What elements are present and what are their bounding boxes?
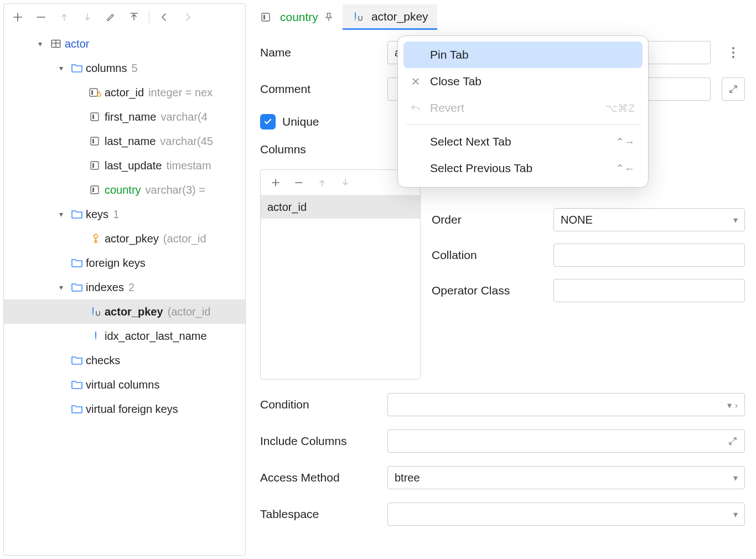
sidebar-toolbar xyxy=(4,4,245,30)
index-unique-icon xyxy=(350,11,366,22)
access-label: Access Method xyxy=(260,471,376,484)
tree-node-column[interactable]: last_update timestam xyxy=(4,153,245,178)
tree-folder-count: 5 xyxy=(127,62,137,75)
chevron-down-icon[interactable]: ▾ xyxy=(53,64,69,73)
tree-node-key[interactable]: actor_pkey (actor_id xyxy=(4,226,245,251)
folder-icon xyxy=(69,209,85,219)
forward-button[interactable] xyxy=(177,7,198,27)
move-down-button[interactable] xyxy=(77,7,98,27)
svg-rect-8 xyxy=(91,162,99,169)
tree-folder-label: checks xyxy=(85,354,120,367)
tree-key-name: actor_pkey xyxy=(103,232,159,245)
svg-rect-11 xyxy=(92,188,94,192)
tree-node-column[interactable]: first_name varchar(4 xyxy=(4,105,245,129)
tree-column-name: last_name xyxy=(103,135,156,148)
menu-revert: Revert ⌥⌘Z xyxy=(403,95,643,121)
collation-label: Collation xyxy=(432,249,542,262)
columns-toolbar xyxy=(261,170,420,195)
svg-rect-14 xyxy=(263,15,265,19)
chevron-down-icon[interactable]: ▾ xyxy=(53,210,69,219)
index-icon xyxy=(88,330,103,341)
svg-rect-10 xyxy=(91,186,99,194)
svg-rect-9 xyxy=(92,163,94,168)
tab-country[interactable]: country xyxy=(251,4,343,30)
column-pk-icon xyxy=(88,87,103,97)
tree-folder-count: 2 xyxy=(124,281,134,294)
open-ddl-button[interactable] xyxy=(123,7,144,27)
tab-label: actor_pkey xyxy=(371,10,428,23)
sidebar: ▾ actor ▾ columns 5 actor_id integer = n… xyxy=(3,3,246,556)
add-button[interactable] xyxy=(7,7,28,27)
svg-rect-7 xyxy=(92,139,94,143)
column-icon xyxy=(88,136,103,146)
column-detail: Column Name actor_id▾ Order NONE▾ Collat… xyxy=(432,169,745,380)
tree-column-hint: varchar(4 xyxy=(156,111,207,123)
include-input[interactable] xyxy=(387,429,745,453)
tree-column-name: actor_id xyxy=(103,86,144,99)
tree-node-column[interactable]: actor_id integer = nex xyxy=(4,80,245,105)
menu-label: Select Next Tab xyxy=(430,135,608,148)
edit-button[interactable] xyxy=(100,7,121,27)
tree-node-column[interactable]: last_name varchar(45 xyxy=(4,129,245,153)
column-list-label: actor_id xyxy=(267,201,307,214)
tree-node-fk-folder[interactable]: foreign keys xyxy=(4,251,245,275)
move-up-button[interactable] xyxy=(54,7,75,27)
condition-input[interactable]: ▾› xyxy=(387,393,745,416)
tree-node-indexes-folder[interactable]: ▾ indexes 2 xyxy=(4,275,245,299)
menu-label: Pin Tab xyxy=(430,48,635,61)
tree-node-columns-folder[interactable]: ▾ columns 5 xyxy=(4,56,245,80)
tree-node-keys-folder[interactable]: ▾ keys 1 xyxy=(4,202,245,226)
column-icon xyxy=(88,185,103,195)
move-column-down-button[interactable] xyxy=(335,173,356,193)
tab-actor-pkey[interactable]: actor_pkey xyxy=(343,4,437,30)
column-list-item[interactable]: actor_id xyxy=(261,195,420,219)
tree-index-name: idx_actor_last_name xyxy=(103,330,207,343)
tablespace-select[interactable]: ▾ xyxy=(387,503,745,526)
access-method-select[interactable]: btree▾ xyxy=(387,466,745,489)
collation-input[interactable] xyxy=(553,244,745,267)
move-column-up-button[interactable] xyxy=(312,173,333,193)
tree-node-label: actor xyxy=(64,38,89,50)
tree-node-index[interactable]: idx_actor_last_name xyxy=(4,324,245,348)
remove-button[interactable] xyxy=(30,7,51,27)
access-method-value: btree xyxy=(395,472,420,484)
tree-folder-label: virtual foreign keys xyxy=(85,403,178,416)
svg-rect-4 xyxy=(91,113,99,121)
more-menu-button[interactable] xyxy=(722,41,745,64)
opclass-input[interactable] xyxy=(553,279,745,302)
tree-node-vcols-folder[interactable]: virtual columns xyxy=(4,372,245,397)
tree-node-vfk-folder[interactable]: virtual foreign keys xyxy=(4,397,245,421)
expand-button[interactable] xyxy=(722,77,745,101)
menu-close-tab[interactable]: Close Tab xyxy=(403,68,643,95)
expand-icon[interactable] xyxy=(728,436,738,446)
key-icon xyxy=(88,233,103,244)
remove-column-button[interactable] xyxy=(288,173,309,193)
add-column-button[interactable] xyxy=(265,173,286,193)
folder-icon xyxy=(69,380,85,390)
tree-folder-label: foreign keys xyxy=(85,257,146,270)
tree-column-hint: integer = nex xyxy=(144,86,213,99)
order-label: Order xyxy=(432,213,542,226)
tree-column-name: last_update xyxy=(103,159,162,172)
tree-column-name: first_name xyxy=(103,111,156,123)
folder-icon xyxy=(69,404,85,414)
chevron-down-icon[interactable]: ▾ xyxy=(32,39,48,48)
menu-pin-tab[interactable]: Pin Tab xyxy=(403,42,643,68)
unique-checkbox[interactable] xyxy=(260,114,276,130)
tab-bar: country actor_pkey xyxy=(251,3,750,30)
chevron-down-icon[interactable]: ▾ xyxy=(53,283,69,292)
tree-node-checks-folder[interactable]: checks xyxy=(4,348,245,372)
undo-icon xyxy=(409,103,422,112)
order-select[interactable]: NONE▾ xyxy=(553,208,745,231)
pin-icon[interactable] xyxy=(324,12,334,22)
menu-select-next-tab[interactable]: Select Next Tab ⌃→ xyxy=(403,128,643,155)
menu-select-previous-tab[interactable]: Select Previous Tab ⌃← xyxy=(403,155,643,182)
table-icon xyxy=(48,38,64,50)
back-button[interactable] xyxy=(154,7,175,27)
tree-node-table[interactable]: ▾ actor xyxy=(4,32,245,56)
svg-point-17 xyxy=(732,56,734,58)
tree-node-column[interactable]: country varchar(3) = xyxy=(4,178,245,202)
tree-node-index[interactable]: actor_pkey (actor_id xyxy=(4,299,245,324)
folder-icon xyxy=(69,355,85,365)
tree-folder-count: 1 xyxy=(108,208,119,221)
